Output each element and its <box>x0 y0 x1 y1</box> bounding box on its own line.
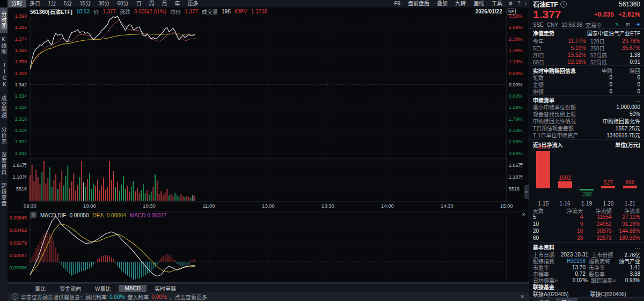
pre-post-market-button[interactable]: 盘前盘后 <box>404 0 433 8</box>
netflow-bar-chart: 9070 1682 -392 527 666 <box>529 149 644 200</box>
help-icon[interactable]: ? <box>515 0 523 8</box>
svg-text:1.19%: 1.19% <box>509 105 523 110</box>
macd-dea-label: DEA <box>93 212 104 218</box>
svg-text:13:30: 13:30 <box>321 203 334 209</box>
tab-moneyflow[interactable]: 资金流向 <box>54 284 87 293</box>
trading-status: 交易中 <box>586 21 602 29</box>
tab-15min[interactable]: 15分 <box>76 0 94 8</box>
tab-macd[interactable]: MACD <box>119 285 146 292</box>
more-icon[interactable]: … <box>635 97 640 103</box>
notice-mid-text: 借入利率 <box>127 293 149 301</box>
macd-close-icon[interactable]: ✕ <box>522 212 526 217</box>
tab-year[interactable]: 年 <box>171 0 184 8</box>
fund-full-name: 国泰中证油气产业ETF <box>587 29 640 37</box>
svg-text:1.342: 1.342 <box>14 82 27 87</box>
tab-week[interactable]: 周 <box>145 0 158 8</box>
tab-jiben[interactable]: 基本 <box>556 298 577 301</box>
macd-dea-value: -0.00064 <box>105 212 126 218</box>
creation-list-row: T-1日单位申赎资产1340615.75元 <box>529 131 644 138</box>
svg-text:1.334: 1.334 <box>14 93 27 99</box>
stock-info-icon[interactable]: i <box>560 1 567 8</box>
f9-button[interactable]: F9 <box>390 0 404 8</box>
feeder-fund-a-link[interactable]: 联接A(020405) <box>533 290 569 297</box>
nav-section-title: 净值走势 <box>533 29 554 37</box>
margin-notice-bar[interactable]: i 华泰证券融券通供需信息：融出利率 0.00% 借入利率 0.00% ，点击查… <box>8 292 529 301</box>
basic-info-title: 基本资料 <box>533 243 554 251</box>
tools-button[interactable]: 工具 <box>488 0 506 8</box>
edit-icon[interactable]: ✎ <box>615 22 619 27</box>
svg-text:1.310: 1.310 <box>14 128 27 133</box>
tab-fenshi[interactable]: 分时 <box>8 0 26 8</box>
svg-text:0.60%: 0.60% <box>509 93 523 99</box>
tab-30min[interactable]: 30分 <box>94 0 113 8</box>
tab-5min[interactable]: 5分 <box>60 0 76 8</box>
tab-day[interactable]: 日 <box>133 0 145 8</box>
trading-app: { "icons":{"gear":"⚙","help":"?","chevro… <box>0 0 644 301</box>
svg-text:2.98%: 2.98% <box>509 139 523 144</box>
info-icon: i <box>12 293 18 300</box>
tab-liangbi[interactable]: 量比 <box>29 284 52 293</box>
svg-text:-0.00086: -0.00086 <box>8 265 27 270</box>
svg-text:5516: 5516 <box>16 186 27 192</box>
svg-text:0.00645: 0.00645 <box>9 215 27 221</box>
svg-text:14:30: 14:30 <box>441 203 453 209</box>
tab-pankou[interactable]: 盘口 <box>533 298 555 301</box>
svg-text:14:00: 14:00 <box>381 203 394 209</box>
svg-text:1.366: 1.366 <box>14 48 27 53</box>
quote-panel: 石油ETF i 561360 1.377 +0.035 +2.61% SSE C… <box>529 0 644 301</box>
panel-change-pct: +2.61% <box>618 11 640 18</box>
draw-line-button[interactable]: 画线 <box>470 0 488 8</box>
grid-icon[interactable]: ⊞ <box>626 22 630 27</box>
realtime-row: 笔数00 <box>529 74 644 80</box>
svg-text:1.374: 1.374 <box>14 36 27 42</box>
tab-realtime-creation[interactable]: 实时申赎 <box>149 284 182 293</box>
nine-turn-button[interactable]: 九转 <box>451 0 470 8</box>
svg-text:15:00: 15:00 <box>500 203 513 209</box>
tab-more[interactable]: 更多 <box>184 0 202 8</box>
notice-more-link[interactable]: ，点击查看更多 <box>170 293 207 301</box>
netflow-bar: 1682 <box>554 149 575 200</box>
svg-text:3.58%: 3.58% <box>509 151 523 156</box>
svg-text:1.350: 1.350 <box>14 71 27 76</box>
netflow-bar: 9070 <box>532 149 554 200</box>
realtime-row: 份额00 <box>529 87 644 94</box>
chevron-right-icon[interactable]: › <box>523 0 529 8</box>
svg-text:2.38%: 2.38% <box>509 128 523 133</box>
netflow-table-row: 1092495291.26% <box>529 221 644 227</box>
feeder-fund-title: 联接基金 <box>533 283 554 290</box>
indicator-help-icon[interactable]: ? <box>30 212 36 218</box>
svg-text:1.390: 1.390 <box>14 13 27 19</box>
netflow-table-header: 天数净流天净流额净流率 <box>529 207 644 214</box>
feeder-fund-c-link[interactable]: 联接C(020406) <box>590 290 626 297</box>
notice-text: 华泰证券融券通供需信息：融出利率 <box>21 293 107 301</box>
svg-text:1.318: 1.318 <box>14 116 27 122</box>
tab-wliangbi[interactable]: W量比 <box>89 284 116 293</box>
exchange-label: SSE <box>533 22 544 28</box>
svg-text:13:00: 13:00 <box>262 203 275 209</box>
nav-row: 今年11.77% 120日29.78% <box>529 37 644 44</box>
svg-text:1.326: 1.326 <box>14 105 27 110</box>
macd-dif-value: -0.00050 <box>68 212 89 218</box>
gear-icon[interactable]: ⚙ <box>506 0 515 8</box>
currency-label: CNY <box>547 22 558 28</box>
topbar-spacer <box>202 0 391 8</box>
period-tabbar: 分时 多日 1分 5分 15分 30分 60分 日 周 月 年 更多 F9 盘前… <box>8 0 529 8</box>
overlay-button[interactable]: 叠加 <box>433 0 451 8</box>
netflow-bar: -392 <box>576 149 597 200</box>
tab-month[interactable]: 月 <box>158 0 171 8</box>
borrow-rate-value: 0.00% <box>151 294 166 300</box>
panel-last-price: 1.377 <box>533 8 561 21</box>
macd-dif-label: MACD DIF <box>40 212 66 218</box>
tab-60min[interactable]: 60分 <box>113 0 132 8</box>
notice-close-icon[interactable]: ✕ <box>520 294 524 299</box>
panel-collapse-handle[interactable]: » <box>524 185 529 199</box>
macd-chart[interactable]: 0.006450.004620.002790.00097-0.00086 <box>0 211 529 283</box>
netflow-bar: 527 <box>597 149 619 200</box>
svg-text:0.00%: 0.00% <box>509 82 523 87</box>
more-icon[interactable]: … <box>635 244 640 250</box>
tab-duori[interactable]: 多日 <box>26 0 44 8</box>
tab-1min[interactable]: 1分 <box>44 0 60 8</box>
intraday-chart[interactable]: 09:3010:0010:3011:0013:0013:3014:0014:30… <box>0 8 529 211</box>
netflow-dates: 1-151-161-191-201-21 <box>529 200 644 207</box>
add-icon[interactable]: ✚ <box>636 22 640 27</box>
